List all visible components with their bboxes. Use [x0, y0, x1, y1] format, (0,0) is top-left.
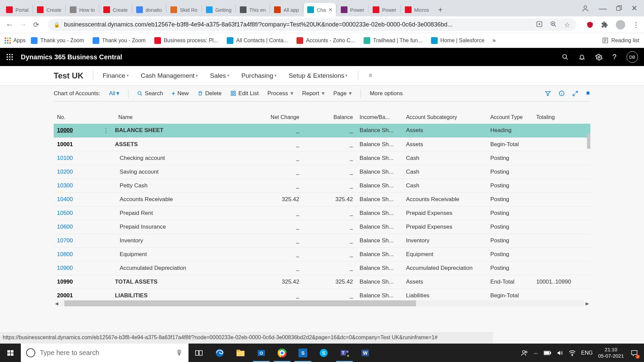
row-menu-icon[interactable] — [100, 289, 115, 300]
nav-item[interactable]: Sales ▾ — [210, 72, 229, 79]
people-icon[interactable] — [521, 349, 528, 357]
process-menu[interactable]: Process▾ — [267, 90, 293, 97]
cell-net-change[interactable]: _ — [249, 137, 303, 151]
browser-tab[interactable]: This en — [236, 3, 269, 16]
row-menu-icon[interactable] — [100, 261, 115, 275]
row-menu-icon[interactable] — [100, 137, 115, 151]
table-row[interactable]: 10900Accumulated Depreciation__Balance S… — [54, 261, 590, 275]
maximize-button[interactable] — [616, 5, 622, 11]
app-launcher-icon[interactable] — [6, 53, 13, 61]
browser-tab[interactable]: Micros — [401, 3, 432, 16]
row-menu-icon[interactable] — [100, 247, 115, 261]
zoom-icon[interactable] — [550, 21, 557, 27]
cell-no[interactable]: 10300 — [54, 179, 100, 192]
cell-net-change[interactable]: _ — [249, 234, 303, 247]
nav-item[interactable]: Finance ▾ — [103, 72, 129, 79]
column-header[interactable]: Totaling — [533, 107, 590, 124]
search-icon[interactable] — [562, 54, 569, 60]
bookmark-item[interactable]: Trailhead | The fun... — [364, 37, 422, 44]
cell-no[interactable]: 10001 — [54, 137, 100, 151]
row-menu-icon[interactable] — [100, 165, 115, 179]
cell-net-change[interactable]: 325.42 — [249, 192, 303, 206]
skype-icon[interactable]: S — [313, 344, 334, 362]
cell-no[interactable]: 10800 — [54, 247, 100, 261]
bookmark-page-icon[interactable] — [586, 90, 590, 97]
row-menu-icon[interactable] — [100, 192, 115, 206]
bookmark-item[interactable]: Business process: Pl... — [154, 37, 218, 44]
apps-button[interactable]: Apps — [5, 38, 25, 44]
row-menu-icon[interactable]: ⋮ — [100, 124, 115, 137]
company-name[interactable]: Test UK — [54, 71, 93, 80]
close-tab-icon[interactable]: × — [329, 6, 332, 13]
reading-list-button[interactable]: Reading list — [602, 37, 639, 44]
cell-balance[interactable]: _ — [303, 289, 356, 300]
forward-button[interactable]: → — [18, 20, 28, 29]
close-window-button[interactable]: ✕ — [631, 4, 637, 13]
cell-net-change[interactable]: 325.42 — [249, 275, 303, 289]
start-button[interactable] — [0, 344, 21, 362]
cell-no[interactable]: 10200 — [54, 165, 100, 179]
row-menu-icon[interactable] — [100, 206, 115, 220]
row-menu-icon[interactable] — [100, 220, 115, 234]
browser-tab[interactable]: Power — [369, 3, 400, 16]
table-row[interactable]: 10600Prepaid Insurance__Balance Sh...Pre… — [54, 220, 590, 234]
cell-net-change[interactable]: _ — [249, 151, 303, 165]
reload-button[interactable]: ⟳ — [32, 21, 41, 29]
mic-icon[interactable]: 🎙 — [176, 349, 183, 357]
cell-balance[interactable]: _ — [303, 151, 356, 165]
table-row[interactable]: 10500Prepaid Rent__Balance Sh...Prepaid … — [54, 206, 590, 220]
browser-tab[interactable]: Getting — [203, 3, 235, 16]
scroll-left-icon[interactable]: ◀ — [54, 301, 60, 306]
battery-icon[interactable] — [544, 351, 551, 355]
cell-balance[interactable]: _ — [303, 234, 356, 247]
table-row[interactable]: 10001ASSETS__Balance Sh...AssetsBegin-To… — [54, 137, 590, 151]
cell-net-change[interactable]: _ — [249, 206, 303, 220]
more-options-button[interactable]: More options — [370, 90, 402, 97]
snagit-icon[interactable]: S — [292, 344, 313, 362]
table-row[interactable]: 10400Accounts Receivable325.42325.42Bala… — [54, 192, 590, 206]
browser-tab[interactable]: donatio — [133, 3, 165, 16]
url-input[interactable]: 🔒 businesscentral.dynamics.com/eb12567e-… — [48, 18, 576, 31]
teams-icon[interactable]: T — [334, 344, 355, 362]
minimize-button[interactable]: — — [599, 4, 607, 13]
column-header[interactable]: Income/Ba... — [356, 107, 402, 124]
profile-avatar[interactable] — [616, 20, 625, 29]
taskbar-search[interactable]: Type here to search 🎙 — [21, 344, 189, 362]
column-header[interactable]: Net Change — [249, 107, 303, 124]
outlook-icon[interactable]: O — [251, 344, 272, 362]
notifications-icon[interactable] — [579, 54, 585, 60]
bookmark-item[interactable]: Accounts - Zoho C... — [297, 37, 355, 44]
row-menu-icon[interactable] — [100, 275, 115, 289]
cell-no[interactable]: 10600 — [54, 220, 100, 234]
action-center-icon[interactable]: 3 — [629, 348, 639, 358]
filter-pane-icon[interactable] — [545, 90, 551, 97]
row-menu-icon[interactable] — [100, 151, 115, 165]
bookmark-item[interactable]: Thank you - Zoom — [31, 37, 84, 44]
word-icon[interactable]: W — [355, 344, 376, 362]
table-row[interactable]: 10200Saving account__Balance Sh...CashPo… — [54, 165, 590, 179]
nav-item[interactable]: Cash Management ▾ — [141, 72, 198, 79]
bookmark-star-icon[interactable]: ☆ — [564, 21, 570, 29]
cell-no[interactable]: 10400 — [54, 192, 100, 206]
clock[interactable]: 21:10 05-07-2021 — [598, 347, 624, 359]
table-row[interactable]: 10800Equipment__Balance Sh...EquipmentPo… — [54, 247, 590, 261]
horizontal-scrollbar[interactable]: ◀ ▶ — [54, 300, 590, 306]
cell-net-change[interactable]: _ — [249, 247, 303, 261]
cell-net-change[interactable]: _ — [249, 179, 303, 192]
table-row[interactable]: 10300Petty Cash__Balance Sh...CashPostin… — [54, 179, 590, 192]
cell-net-change[interactable]: _ — [249, 124, 303, 137]
task-view-icon[interactable] — [189, 344, 209, 362]
cell-balance[interactable]: _ — [303, 124, 356, 137]
table-row[interactable]: 10700Inventory__Balance Sh...InventoryPo… — [54, 234, 590, 247]
cell-no[interactable]: 10100 — [54, 151, 100, 165]
cell-balance[interactable]: _ — [303, 247, 356, 261]
help-icon[interactable]: ? — [612, 53, 616, 61]
column-header[interactable] — [100, 107, 115, 124]
edge-icon[interactable] — [209, 344, 230, 362]
bookmark-item[interactable]: All Contacts | Conta... — [227, 37, 288, 44]
settings-icon[interactable] — [595, 54, 602, 61]
cell-net-change[interactable]: _ — [249, 165, 303, 179]
browser-tab[interactable]: All app — [271, 3, 302, 16]
page-menu[interactable]: Page▾ — [333, 90, 352, 97]
bookmark-item[interactable]: Thank you - Zoom — [93, 37, 146, 44]
